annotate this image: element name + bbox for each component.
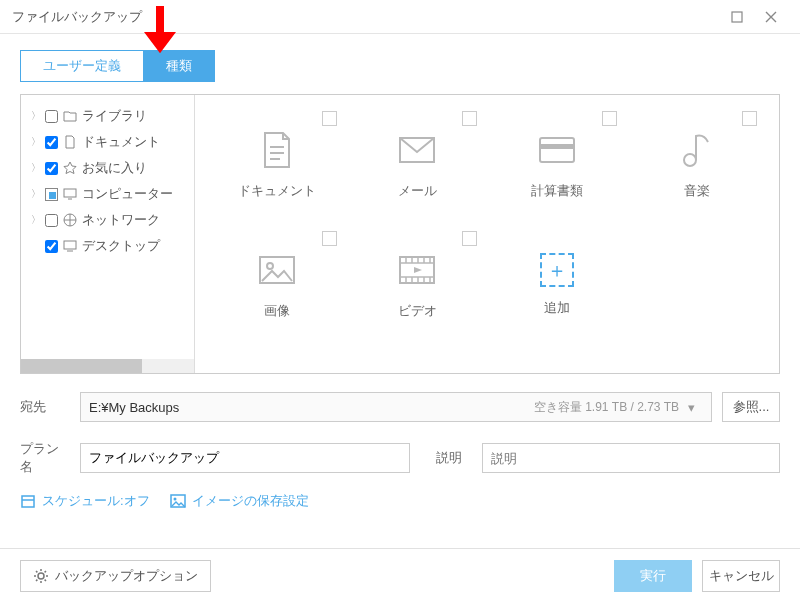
- footer-bar: バックアップオプション 実行 キャンセル: [0, 548, 800, 602]
- maximize-button[interactable]: [720, 3, 754, 31]
- chevron-right-icon: 〉: [31, 213, 41, 227]
- tree-label: ネットワーク: [82, 211, 160, 229]
- tree-label: お気に入り: [82, 159, 147, 177]
- svg-point-15: [38, 573, 44, 579]
- tree-item-computer[interactable]: 〉 コンピューター: [25, 181, 194, 207]
- chevron-right-icon: 〉: [31, 109, 41, 123]
- category-label: ドキュメント: [238, 182, 316, 200]
- network-icon: [62, 212, 78, 228]
- category-label: 音楽: [684, 182, 710, 200]
- close-icon: [765, 11, 777, 23]
- plan-label: プラン名: [20, 440, 70, 476]
- tree-checkbox[interactable]: [45, 162, 58, 175]
- category-video[interactable]: ビデオ: [347, 225, 487, 345]
- description-input[interactable]: [482, 443, 780, 473]
- tree-label: ライブラリ: [82, 107, 147, 125]
- folder-icon: [62, 108, 78, 124]
- category-music[interactable]: 音楽: [627, 105, 767, 225]
- tree-checkbox[interactable]: [45, 110, 58, 123]
- category-label: メール: [398, 182, 437, 200]
- svg-rect-4: [64, 241, 76, 249]
- tree-label: コンピューター: [82, 185, 173, 203]
- description-label: 説明: [436, 449, 472, 467]
- backup-options-button[interactable]: バックアップオプション: [20, 560, 211, 592]
- tree-item-documents[interactable]: 〉 ドキュメント: [25, 129, 194, 155]
- category-label: 計算書類: [531, 182, 583, 200]
- destination-label: 宛先: [20, 398, 70, 416]
- mail-icon: [397, 130, 437, 170]
- tree-checkbox[interactable]: [45, 214, 58, 227]
- tab-user-defined[interactable]: ユーザー定義: [20, 50, 144, 82]
- tree-checkbox[interactable]: [45, 240, 58, 253]
- image-settings-link[interactable]: イメージの保存設定: [170, 492, 309, 510]
- browse-button[interactable]: 参照...: [722, 392, 780, 422]
- square-icon: [731, 11, 743, 23]
- category-label: ビデオ: [398, 302, 437, 320]
- tree-item-favorites[interactable]: 〉 お気に入り: [25, 155, 194, 181]
- schedule-link[interactable]: スケジュール:オフ: [20, 492, 150, 510]
- tree-pane: 〉 ライブラリ 〉 ドキュメント 〉 お気に入り 〉 コンピ: [21, 95, 195, 373]
- category-image[interactable]: 画像: [207, 225, 347, 345]
- plan-name-input[interactable]: [80, 443, 410, 473]
- calendar-icon: [20, 493, 36, 509]
- h-scrollbar[interactable]: [21, 359, 194, 373]
- category-pane: ドキュメント メール 計算書類 音楽 画像: [195, 95, 779, 373]
- destination-field[interactable]: E:¥My Backups 空き容量 1.91 TB / 2.73 TB ▾: [80, 392, 712, 422]
- svg-point-8: [684, 154, 696, 166]
- svg-rect-12: [22, 496, 34, 507]
- tab-type[interactable]: 種類: [144, 50, 215, 82]
- svg-rect-0: [732, 12, 742, 22]
- category-checkbox[interactable]: [462, 231, 477, 246]
- add-icon: ＋: [540, 253, 574, 287]
- tree-checkbox[interactable]: [45, 136, 58, 149]
- category-label: 画像: [264, 302, 290, 320]
- tree-label: デスクトップ: [82, 237, 160, 255]
- category-mail[interactable]: メール: [347, 105, 487, 225]
- tree-item-desktop[interactable]: 〉 デスクトップ: [25, 233, 194, 259]
- tree-item-libraries[interactable]: 〉 ライブラリ: [25, 103, 194, 129]
- gear-icon: [33, 568, 49, 584]
- svg-point-10: [267, 263, 273, 269]
- tree-label: ドキュメント: [82, 133, 160, 151]
- image-settings-text: イメージの保存設定: [192, 492, 309, 510]
- schedule-text: スケジュール:オフ: [42, 492, 150, 510]
- chevron-right-icon: 〉: [31, 135, 41, 149]
- scroll-thumb[interactable]: [21, 359, 142, 373]
- chevron-right-icon: 〉: [31, 161, 41, 175]
- destination-path: E:¥My Backups: [89, 400, 534, 415]
- free-space-text: 空き容量 1.91 TB / 2.73 TB: [534, 399, 679, 416]
- doc-icon: [62, 134, 78, 150]
- svg-point-14: [173, 498, 176, 501]
- tree-item-network[interactable]: 〉 ネットワーク: [25, 207, 194, 233]
- music-icon: [677, 130, 717, 170]
- svg-rect-2: [64, 189, 76, 197]
- category-checkbox[interactable]: [462, 111, 477, 126]
- main-panel: 〉 ライブラリ 〉 ドキュメント 〉 お気に入り 〉 コンピ: [20, 94, 780, 374]
- category-checkbox[interactable]: [742, 111, 757, 126]
- close-button[interactable]: [754, 3, 788, 31]
- category-add[interactable]: ＋ 追加: [487, 225, 627, 345]
- category-checkbox[interactable]: [602, 111, 617, 126]
- window-title: ファイルバックアップ: [12, 8, 720, 26]
- tree-checkbox-indeterminate[interactable]: [45, 188, 58, 201]
- category-document[interactable]: ドキュメント: [207, 105, 347, 225]
- video-icon: [397, 250, 437, 290]
- category-checkbox[interactable]: [322, 111, 337, 126]
- star-icon: [62, 160, 78, 176]
- chevron-right-icon: 〉: [31, 187, 41, 201]
- category-finance[interactable]: 計算書類: [487, 105, 627, 225]
- options-label: バックアップオプション: [55, 567, 198, 585]
- picture-icon: [170, 493, 186, 509]
- image-icon: [257, 250, 297, 290]
- svg-rect-7: [540, 144, 574, 149]
- tab-bar: ユーザー定義 種類: [20, 50, 780, 82]
- computer-icon: [62, 186, 78, 202]
- category-checkbox[interactable]: [322, 231, 337, 246]
- document-icon: [257, 130, 297, 170]
- run-button[interactable]: 実行: [614, 560, 692, 592]
- cancel-button[interactable]: キャンセル: [702, 560, 780, 592]
- dropdown-caret-icon[interactable]: ▾: [679, 400, 703, 415]
- svg-rect-6: [540, 138, 574, 162]
- desktop-icon: [62, 238, 78, 254]
- titlebar: ファイルバックアップ: [0, 0, 800, 34]
